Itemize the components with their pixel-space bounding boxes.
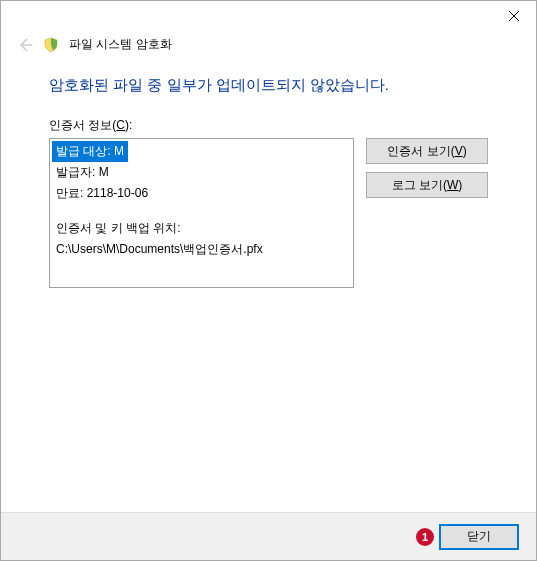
window-close-button[interactable] <box>491 1 536 31</box>
cert-backup-path: C:\Users\M\Documents\백업인증서.pfx <box>52 239 351 260</box>
shield-icon <box>43 37 59 53</box>
view-log-suffix: ) <box>458 178 462 192</box>
view-cert-key: V <box>455 144 463 158</box>
page-heading: 암호화된 파일 중 일부가 업데이트되지 않았습니다. <box>49 76 496 95</box>
view-log-button[interactable]: 로그 보기(W) <box>366 172 488 198</box>
cert-info-box[interactable]: 발급 대상: M 발급자: M 만료: 2118-10-06 인증서 및 키 백… <box>49 138 354 288</box>
view-log-key: W <box>447 178 458 192</box>
spacer <box>52 204 351 218</box>
close-button[interactable]: 닫기 <box>440 525 518 549</box>
view-log-prefix: 로그 보기( <box>392 177 447 194</box>
footer: 1 닫기 <box>1 512 536 560</box>
back-arrow-icon <box>17 37 33 53</box>
view-cert-prefix: 인증서 보기( <box>387 143 454 160</box>
cert-issued-by: 발급자: M <box>52 162 351 183</box>
cert-label-suffix: ): <box>125 118 132 132</box>
cert-label-key: C <box>116 118 125 132</box>
titlebar <box>1 1 536 31</box>
window-title: 파일 시스템 암호화 <box>69 36 172 53</box>
annotation-marker-1: 1 <box>416 528 434 546</box>
main-row: 발급 대상: M 발급자: M 만료: 2118-10-06 인증서 및 키 백… <box>49 138 496 288</box>
button-column: 인증서 보기(V) 로그 보기(W) <box>366 138 488 198</box>
view-cert-button[interactable]: 인증서 보기(V) <box>366 138 488 164</box>
view-cert-suffix: ) <box>463 144 467 158</box>
cert-backup-label: 인증서 및 키 백업 위치: <box>52 218 351 239</box>
content-area: 암호화된 파일 중 일부가 업데이트되지 않았습니다. 인증서 정보(C): 발… <box>49 76 496 288</box>
cert-expiry: 만료: 2118-10-06 <box>52 183 351 204</box>
close-icon <box>509 11 519 21</box>
cert-issued-to[interactable]: 발급 대상: M <box>52 141 128 162</box>
cert-info-label: 인증서 정보(C): <box>49 117 496 134</box>
cert-label-prefix: 인증서 정보( <box>49 118 116 132</box>
header-row: 파일 시스템 암호화 <box>17 36 172 53</box>
